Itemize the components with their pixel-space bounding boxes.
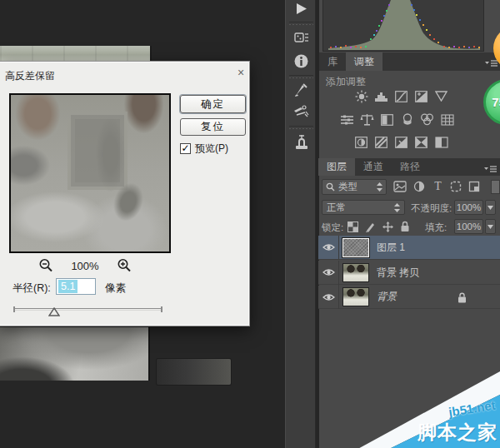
tab-libraries[interactable]: 库 — [319, 52, 346, 71]
layers-tabbar: 图层 通道 路径 — [318, 158, 500, 176]
add-adjustment-label: 添加调整 — [326, 75, 366, 89]
layer-thumbnail[interactable] — [342, 238, 369, 257]
blend-mode-value: 正常 — [327, 202, 394, 214]
adjustment-row-2 — [340, 113, 454, 126]
preview-checkbox[interactable]: ✓ — [180, 143, 191, 154]
levels-icon[interactable] — [374, 90, 388, 102]
eye-icon — [322, 268, 335, 276]
dock-divider — [289, 75, 313, 78]
histogram-panel — [322, 0, 484, 52]
brightness-contrast-icon[interactable] — [354, 90, 368, 102]
close-icon[interactable]: × — [234, 66, 248, 79]
ok-button[interactable]: 确定 — [180, 95, 246, 113]
lock-transparency-icon[interactable] — [348, 222, 358, 234]
black-white-icon[interactable] — [380, 113, 394, 126]
visibility-cell[interactable] — [318, 285, 339, 309]
hue-saturation-icon[interactable] — [340, 113, 354, 126]
opacity-label: 不透明度: — [411, 202, 452, 215]
layer-row-layer1[interactable]: 图层 1 — [318, 236, 500, 260]
preview-zoom-controls: 100% — [0, 258, 180, 275]
slider-thumb[interactable] — [48, 307, 60, 319]
lock-paint-icon[interactable] — [365, 222, 376, 234]
filter-preview[interactable] — [9, 93, 171, 253]
fill-value[interactable]: 100% — [454, 219, 483, 234]
dock-divider — [289, 126, 313, 129]
posterize-icon[interactable] — [374, 136, 388, 148]
clone-source-panel-icon[interactable] — [286, 133, 317, 151]
panel-dock — [285, 0, 316, 448]
lock-label: 锁定: — [322, 222, 343, 234]
lock-row: 锁定: 填充: 100% — [318, 219, 500, 236]
lock-all-icon[interactable] — [400, 221, 410, 234]
updown-arrows-icon — [377, 182, 382, 192]
gradient-bar — [157, 359, 231, 385]
filter-type-icon[interactable]: T — [432, 180, 443, 193]
fill-dropdown-icon[interactable] — [485, 219, 496, 234]
radius-slider[interactable] — [13, 306, 162, 318]
filter-toggle-switch[interactable] — [491, 180, 500, 194]
vibrance-icon[interactable] — [434, 90, 448, 102]
threshold-icon[interactable] — [394, 136, 408, 148]
high-pass-dialog: 高反差保留 × 确定 复位 ✓ 预览(P) 100% 半径(R): 5.1 — [0, 61, 250, 326]
radius-input[interactable]: 5.1 — [56, 278, 96, 295]
updown-arrows-icon — [394, 203, 400, 212]
eye-icon — [322, 243, 335, 251]
tab-adjustments[interactable]: 调整 — [346, 52, 382, 71]
filter-smart-object-icon[interactable] — [468, 181, 480, 194]
layer-row-background-copy[interactable]: 背景 拷贝 — [318, 261, 500, 285]
layer-name[interactable]: 背景 — [377, 290, 397, 304]
document-image-below-dialog — [0, 327, 150, 381]
dock-divider — [289, 22, 313, 25]
layer-name[interactable]: 图层 1 — [377, 241, 405, 255]
reset-button[interactable]: 复位 — [180, 118, 246, 136]
photo-filter-icon[interactable] — [400, 113, 414, 126]
info-panel-icon[interactable] — [286, 53, 317, 69]
radius-label: 半径(R): — [12, 281, 51, 296]
blend-mode-dropdown[interactable]: 正常 — [322, 200, 405, 215]
exposure-icon[interactable] — [414, 90, 428, 102]
filter-shape-icon[interactable] — [450, 181, 462, 194]
opacity-dropdown-icon[interactable] — [485, 200, 496, 215]
histogram-chart — [323, 0, 483, 50]
lock-position-icon[interactable] — [382, 222, 393, 234]
selective-color-icon[interactable] — [434, 136, 448, 148]
tab-channels[interactable]: 通道 — [355, 158, 392, 176]
color-lookup-icon[interactable] — [440, 113, 454, 126]
kind-filter-label: 类型 — [338, 181, 373, 193]
gradient-map-icon[interactable] — [414, 136, 428, 148]
radius-row: 半径(R): 5.1 像素 — [0, 278, 248, 296]
radius-unit-label: 像素 — [105, 281, 126, 296]
layer-thumbnail[interactable] — [342, 263, 369, 282]
layer-row-background[interactable]: 背景 — [318, 286, 500, 309]
brush-presets-panel-icon[interactable] — [286, 104, 317, 118]
visibility-cell[interactable] — [318, 261, 339, 285]
eye-icon — [322, 293, 335, 301]
preview-toggle-row: ✓ 预览(P) — [180, 142, 228, 156]
layer-name[interactable]: 背景 拷贝 — [377, 266, 419, 280]
visibility-cell[interactable] — [318, 236, 339, 260]
panel-menu-icon[interactable] — [484, 162, 498, 172]
layer-thumbnail[interactable] — [342, 287, 369, 306]
brush-panel-icon[interactable] — [286, 82, 317, 98]
styles-panel-icon[interactable] — [286, 31, 317, 45]
svg-text:T: T — [434, 180, 442, 192]
adjustment-row-3 — [354, 136, 448, 148]
color-balance-icon[interactable] — [360, 113, 374, 126]
slider-track[interactable] — [13, 308, 162, 311]
watermark: jb51.net 脚本之家 — [357, 365, 500, 448]
actions-panel-icon[interactable] — [286, 2, 317, 15]
opacity-value[interactable]: 100% — [454, 200, 483, 215]
lock-badge-icon — [458, 291, 467, 306]
tab-paths[interactable]: 路径 — [392, 158, 428, 176]
kind-filter-dropdown[interactable]: 类型 — [322, 179, 387, 195]
channel-mixer-icon[interactable] — [420, 113, 434, 126]
filter-adjustment-icon[interactable] — [413, 181, 425, 194]
tab-layers[interactable]: 图层 — [318, 158, 355, 176]
curves-icon[interactable] — [394, 90, 408, 102]
zoom-level: 100% — [60, 260, 110, 272]
filter-pixel-icon[interactable] — [393, 181, 407, 194]
zoom-in-icon[interactable] — [117, 258, 132, 273]
zoom-out-icon[interactable] — [38, 258, 53, 273]
invert-icon[interactable] — [354, 136, 368, 148]
dialog-title: 高反差保留 — [5, 69, 55, 83]
